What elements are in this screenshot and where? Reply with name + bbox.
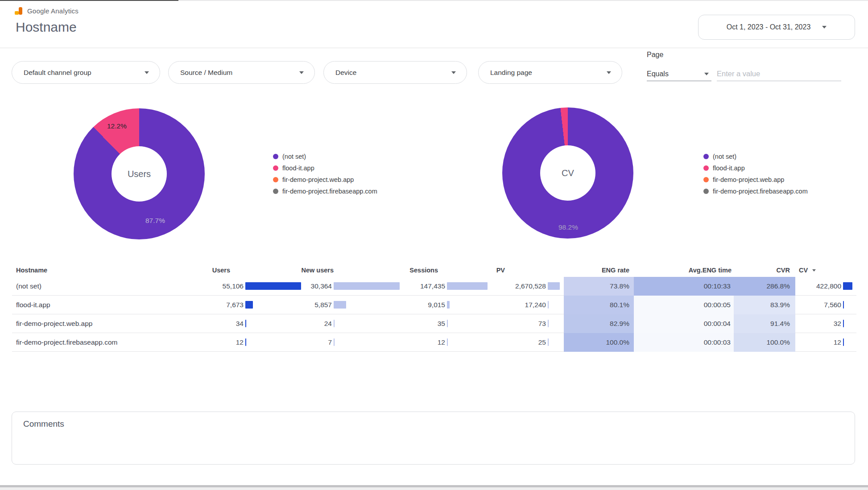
page-filter-value-input[interactable] bbox=[717, 67, 841, 81]
legend-color-dot bbox=[273, 154, 278, 159]
col-header-eng-rate[interactable]: ENG rate bbox=[518, 264, 629, 276]
data-bar-cv bbox=[843, 282, 852, 290]
users-donut-hole: Users bbox=[112, 146, 167, 202]
cv-donut-hole: CV bbox=[540, 145, 595, 201]
legend-item-label: fir-demo-project.firebaseapp.com bbox=[713, 188, 808, 195]
legend-item-label: fir-demo-project.web.app bbox=[713, 176, 784, 183]
filter-label: Landing page bbox=[490, 69, 532, 77]
date-range-value: Oct 1, 2023 - Oct 31, 2023 bbox=[727, 23, 811, 31]
date-range-picker[interactable]: Oct 1, 2023 - Oct 31, 2023 bbox=[698, 15, 855, 40]
table-row[interactable]: fir-demo-project.web.app3424357382.9%00:… bbox=[12, 314, 856, 333]
legend-color-dot bbox=[273, 177, 278, 182]
cell-cv: 422,800 bbox=[730, 277, 841, 296]
legend-item[interactable]: fir-demo-project.web.app bbox=[273, 174, 377, 185]
users-major-slice-label: 87.7% bbox=[145, 217, 165, 225]
legend-item-label: (not set) bbox=[713, 153, 736, 160]
cell-hostname[interactable]: fir-demo-project.firebaseapp.com bbox=[16, 333, 117, 352]
table-row[interactable]: fir-demo-project.firebaseapp.com12712251… bbox=[12, 333, 856, 352]
cv-major-slice-label: 98.2% bbox=[558, 223, 578, 231]
col-header-pv[interactable]: PV bbox=[393, 264, 505, 276]
filter-source-medium[interactable]: Source / Medium bbox=[168, 61, 315, 84]
cell-eng-rate: 80.1% bbox=[518, 296, 629, 314]
sort-descending-icon bbox=[812, 269, 816, 272]
page-title: Hostname bbox=[16, 20, 77, 35]
chevron-down-icon bbox=[145, 71, 149, 74]
filter-label: Source / Medium bbox=[180, 69, 232, 77]
brand-label: Google Analytics bbox=[27, 7, 79, 15]
filter-default-channel-group[interactable]: Default channel group bbox=[12, 61, 160, 84]
col-header-cvr[interactable]: CVR bbox=[678, 264, 790, 276]
data-bar-cv bbox=[843, 301, 844, 309]
cell-new-users: 5,857 bbox=[220, 296, 332, 314]
legend-color-dot bbox=[703, 165, 709, 171]
bottom-edge-strip bbox=[0, 487, 868, 490]
legend-item-label: fir-demo-project.firebaseapp.com bbox=[282, 188, 377, 195]
legend-color-dot bbox=[273, 165, 278, 171]
google-analytics-icon bbox=[15, 7, 24, 15]
col-header-users[interactable]: Users bbox=[119, 264, 230, 276]
cell-hostname[interactable]: flood-it.app bbox=[16, 296, 50, 314]
legend-item[interactable]: (not set) bbox=[703, 151, 808, 162]
users-chart-legend: (not set)flood-it.appfir-demo-project.we… bbox=[273, 151, 377, 197]
cell-new-users: 30,364 bbox=[220, 277, 332, 296]
legend-color-dot bbox=[273, 189, 278, 194]
cell-eng-rate: 82.9% bbox=[518, 314, 629, 333]
cell-new-users: 24 bbox=[220, 314, 332, 333]
legend-item[interactable]: (not set) bbox=[273, 151, 377, 162]
users-minor-slice-label: 12.2% bbox=[107, 122, 127, 130]
legend-item[interactable]: flood-it.app bbox=[703, 162, 808, 174]
chevron-down-icon bbox=[704, 73, 709, 75]
cell-sessions: 35 bbox=[334, 314, 445, 333]
cv-donut-chart[interactable]: CV bbox=[502, 107, 633, 239]
legend-color-dot bbox=[703, 154, 709, 159]
legend-item-label: flood-it.app bbox=[713, 165, 745, 172]
google-analytics-brand: Google Analytics bbox=[15, 7, 79, 15]
legend-item-label: fir-demo-project.web.app bbox=[282, 176, 354, 183]
chevron-down-icon bbox=[822, 26, 827, 29]
legend-item[interactable]: fir-demo-project.web.app bbox=[703, 174, 808, 185]
filter-device[interactable]: Device bbox=[323, 61, 467, 84]
legend-item[interactable]: fir-demo-project.firebaseapp.com bbox=[703, 185, 808, 197]
legend-item[interactable]: fir-demo-project.firebaseapp.com bbox=[273, 185, 377, 197]
page-filter-label: Page bbox=[647, 51, 663, 59]
page-filter-operator-select[interactable]: Equals bbox=[647, 67, 711, 81]
cell-hostname[interactable]: (not set) bbox=[16, 277, 41, 296]
chevron-down-icon bbox=[607, 71, 611, 74]
col-header-cv[interactable]: CV bbox=[799, 264, 816, 276]
chevron-down-icon bbox=[451, 71, 456, 74]
comments-box[interactable]: Comments bbox=[12, 412, 855, 465]
cv-donut-center-label: CV bbox=[562, 168, 574, 178]
cv-chart-legend: (not set)flood-it.appfir-demo-project.we… bbox=[703, 151, 808, 197]
top-edge-dark-strip bbox=[0, 0, 178, 1]
filter-landing-page[interactable]: Landing page bbox=[478, 61, 622, 84]
table-row[interactable]: flood-it.app7,6735,8579,01517,24080.1%00… bbox=[12, 296, 856, 314]
cell-sessions: 12 bbox=[334, 333, 445, 352]
cell-cv: 32 bbox=[730, 314, 841, 333]
cell-sessions: 147,435 bbox=[334, 277, 445, 296]
col-header-cv-label: CV bbox=[799, 264, 808, 276]
cell-eng-rate: 73.8% bbox=[518, 277, 629, 296]
col-header-new-users[interactable]: New users bbox=[222, 264, 334, 276]
legend-item-label: flood-it.app bbox=[282, 165, 314, 172]
cell-hostname[interactable]: fir-demo-project.web.app bbox=[16, 314, 92, 333]
legend-color-dot bbox=[703, 177, 709, 182]
cell-cv: 12 bbox=[730, 333, 841, 352]
cell-cv: 7,560 bbox=[730, 296, 841, 314]
header-divider bbox=[0, 48, 868, 48]
filter-label: Device bbox=[335, 69, 356, 77]
report-page: Google Analytics Hostname Oct 1, 2023 - … bbox=[0, 0, 868, 490]
col-header-hostname[interactable]: Hostname bbox=[16, 264, 47, 276]
cell-eng-rate: 100.0% bbox=[518, 333, 629, 352]
data-bar-cv bbox=[843, 338, 844, 346]
users-donut-chart[interactable]: Users bbox=[74, 108, 205, 239]
legend-item[interactable]: flood-it.app bbox=[273, 162, 377, 174]
filter-label: Default channel group bbox=[24, 69, 91, 77]
legend-color-dot bbox=[703, 189, 709, 194]
legend-item-label: (not set) bbox=[282, 153, 306, 160]
cell-new-users: 7 bbox=[220, 333, 332, 352]
chevron-down-icon bbox=[299, 71, 304, 74]
operator-value: Equals bbox=[647, 70, 669, 78]
comments-label: Comments bbox=[23, 419, 64, 429]
table-row[interactable]: (not set)55,10630,364147,4352,670,52873.… bbox=[12, 277, 856, 296]
top-edge-light-strip bbox=[178, 0, 868, 1]
